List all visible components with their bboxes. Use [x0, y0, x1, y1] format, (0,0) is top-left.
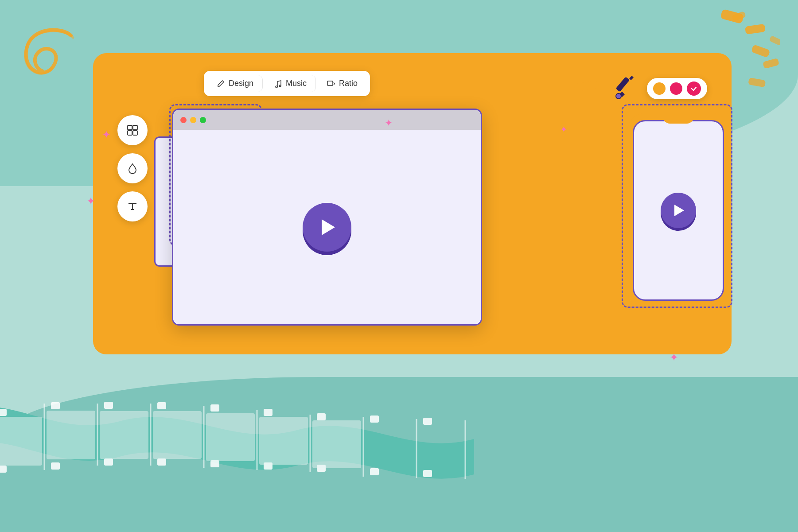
music-icon — [273, 79, 282, 88]
svg-rect-34 — [264, 409, 272, 416]
svg-rect-48 — [47, 411, 95, 459]
svg-rect-38 — [0, 466, 7, 473]
svg-rect-31 — [104, 402, 113, 409]
svg-rect-52 — [259, 417, 308, 465]
toolbar-ratio[interactable]: Ratio — [318, 75, 366, 92]
drop-tool-button[interactable] — [117, 153, 148, 183]
svg-rect-32 — [157, 402, 166, 409]
check-icon — [690, 85, 697, 92]
toolbar-design[interactable]: Design — [207, 75, 263, 92]
svg-point-15 — [616, 93, 621, 99]
toolbar-music[interactable]: Music — [265, 75, 316, 92]
svg-rect-46 — [423, 470, 432, 477]
ratio-label: Ratio — [339, 79, 358, 88]
film-strip — [0, 324, 496, 523]
browser-titlebar — [173, 110, 481, 130]
play-triangle-main — [322, 219, 335, 235]
svg-rect-9 — [327, 81, 333, 85]
svg-rect-41 — [157, 458, 166, 466]
toolbar: Design Music Ratio — [204, 71, 370, 96]
svg-rect-47 — [0, 417, 42, 466]
svg-point-8 — [279, 85, 281, 87]
svg-rect-12 — [128, 131, 132, 135]
svg-rect-29 — [0, 409, 7, 416]
color-swatches — [647, 78, 707, 99]
pen-icon — [216, 79, 225, 88]
squiggle-decoration — [4, 22, 84, 120]
sparkle-1: ✦ — [102, 128, 111, 141]
drop-icon — [126, 162, 139, 175]
grid-tool-button[interactable] — [117, 115, 148, 145]
browser-window — [172, 109, 482, 326]
sparkle-browser: ✦ — [385, 117, 393, 129]
svg-rect-30 — [51, 402, 60, 409]
sparkle-3: ✦ — [560, 124, 568, 135]
svg-rect-3 — [763, 58, 779, 69]
svg-rect-53 — [312, 420, 361, 468]
svg-rect-35 — [317, 413, 326, 420]
svg-rect-36 — [370, 416, 379, 423]
eyedropper-icon — [612, 73, 643, 104]
music-label: Music — [286, 79, 307, 88]
tool-buttons-panel — [117, 115, 148, 221]
svg-rect-37 — [423, 418, 432, 425]
svg-rect-40 — [104, 458, 113, 466]
design-label: Design — [229, 79, 253, 88]
confirm-swatch[interactable] — [687, 82, 701, 96]
svg-rect-4 — [748, 78, 766, 87]
svg-rect-14 — [616, 77, 630, 92]
browser-dot-green — [200, 117, 206, 123]
dashed-selection-right — [622, 104, 732, 308]
sparkle-4: ✦ — [670, 351, 678, 364]
svg-rect-13 — [133, 131, 137, 135]
sparkle-2: ✦ — [86, 195, 95, 207]
svg-rect-11 — [133, 125, 137, 130]
eyedropper-tool — [612, 73, 707, 104]
grid-icon — [126, 124, 139, 136]
svg-rect-51 — [206, 413, 255, 461]
svg-rect-10 — [128, 125, 132, 130]
pink-swatch — [670, 82, 682, 95]
svg-point-7 — [276, 86, 277, 88]
svg-rect-39 — [51, 462, 60, 470]
play-button-main[interactable] — [303, 203, 351, 252]
browser-dot-red — [180, 117, 187, 123]
browser-dot-yellow — [190, 117, 196, 123]
text-tool-button[interactable] — [117, 191, 148, 221]
svg-rect-1 — [745, 24, 766, 35]
svg-rect-6 — [769, 35, 780, 46]
ratio-icon — [327, 79, 335, 88]
svg-rect-33 — [210, 404, 219, 412]
orange-swatch[interactable] — [653, 82, 666, 95]
svg-rect-45 — [370, 468, 379, 475]
browser-content — [173, 130, 481, 324]
svg-rect-42 — [210, 460, 219, 467]
svg-rect-50 — [153, 411, 202, 459]
text-icon — [126, 200, 139, 213]
svg-rect-2 — [751, 44, 771, 58]
svg-rect-49 — [100, 411, 148, 459]
